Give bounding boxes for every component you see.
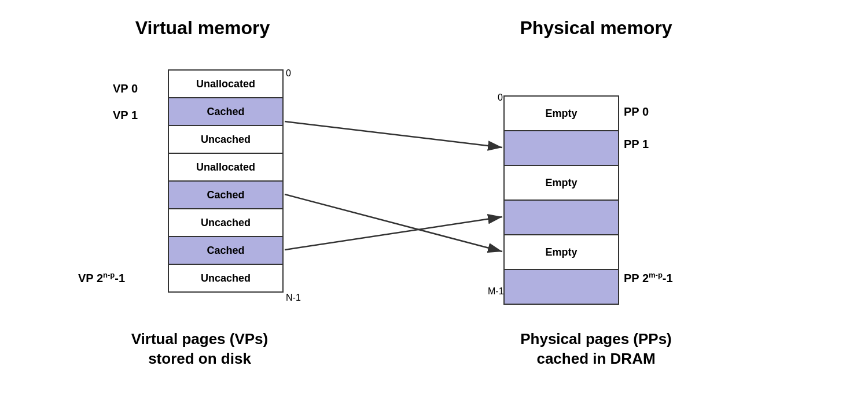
vm-cell-cached2: Cached (168, 181, 283, 209)
vm-row-uncached2: Uncached (168, 209, 283, 237)
vm-row-unallocated1: Unallocated (168, 70, 283, 98)
pm-index-0: 0 (498, 93, 503, 103)
virtual-memory-title: Virtual memory (93, 17, 312, 39)
vm-row-uncached3: Uncached (168, 264, 283, 292)
pp2mp1-label: PP 2m-p-1 (624, 271, 673, 285)
physical-memory-title: Physical memory (475, 17, 718, 39)
vm-row-cached1: Cached (168, 98, 283, 125)
virtual-memory-table: Unallocated Cached Uncached Unallocated … (168, 69, 284, 293)
vm-cell-cached3: Cached (168, 237, 283, 264)
pm-index-m1: M-1 (488, 286, 504, 297)
virtual-footer: Virtual pages (VPs)stored on disk (90, 330, 310, 369)
pm-row-empty1: Empty (504, 96, 619, 131)
arrow-vp6-to-pp3 (285, 217, 502, 250)
pm-cell-empty1: Empty (504, 96, 619, 131)
vp1-label: VP 1 (113, 109, 138, 122)
pm-cell-empty2: Empty (504, 165, 619, 200)
arrow-vp4-to-pp4 (285, 194, 502, 252)
pm-cell-cached2 (504, 200, 619, 235)
vm-cell-unallocated2: Unallocated (168, 153, 283, 181)
vm-row-cached3: Cached (168, 237, 283, 264)
pm-row-empty2: Empty (504, 165, 619, 200)
vm-index-0: 0 (286, 68, 291, 79)
pm-row-empty3: Empty (504, 235, 619, 269)
pm-row-cached1 (504, 131, 619, 165)
pm-cell-cached3 (504, 269, 619, 304)
vm-cell-uncached1: Uncached (168, 125, 283, 153)
vm-cell-cached1: Cached (168, 98, 283, 125)
vm-index-n1: N-1 (286, 293, 301, 303)
vm-row-uncached1: Uncached (168, 125, 283, 153)
pp0-label: PP 0 (624, 105, 649, 119)
pp1-label: PP 1 (624, 138, 649, 151)
vm-cell-uncached3: Uncached (168, 264, 283, 292)
physical-footer: Physical pages (PPs)cached in DRAM (475, 330, 718, 369)
physical-memory-table: Empty Empty Empty (503, 95, 619, 305)
pm-cell-cached1 (504, 131, 619, 165)
vm-cell-uncached2: Uncached (168, 209, 283, 237)
vm-row-unallocated2: Unallocated (168, 153, 283, 181)
pm-row-cached2 (504, 200, 619, 235)
vp0-label: VP 0 (113, 82, 138, 95)
arrow-vp1-to-pp1 (285, 121, 502, 147)
pm-cell-empty3: Empty (504, 235, 619, 269)
vp2np1-label: VP 2n-p-1 (78, 271, 125, 285)
vm-cell-unallocated1: Unallocated (168, 70, 283, 98)
vm-row-cached2: Cached (168, 181, 283, 209)
pm-row-cached3 (504, 269, 619, 304)
